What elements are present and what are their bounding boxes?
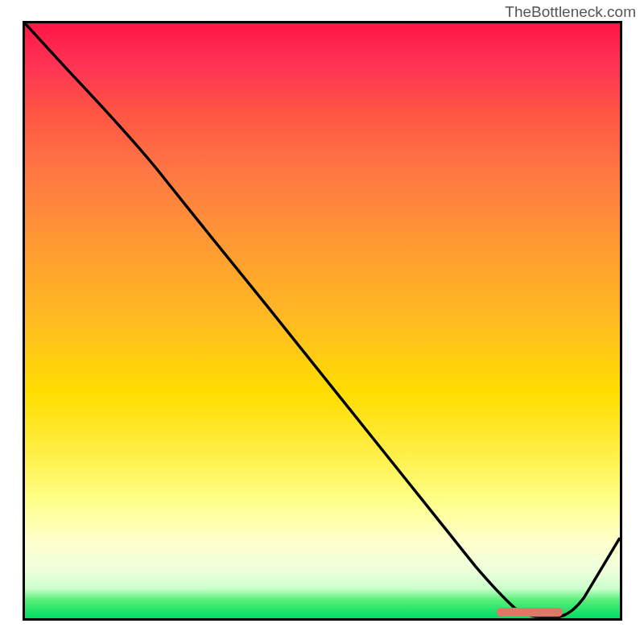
curve-path xyxy=(25,23,620,617)
chart-plot-area xyxy=(23,21,622,621)
optimal-range-marker xyxy=(497,608,563,617)
bottleneck-curve xyxy=(25,23,620,618)
watermark-text: TheBottleneck.com xyxy=(505,3,636,21)
